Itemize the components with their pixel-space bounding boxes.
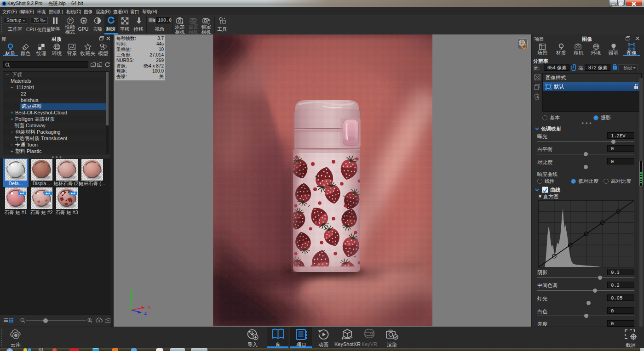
svg-text:石膏 短 #1: 石膏 短 #1 (4, 209, 27, 215)
svg-text:P: P (69, 18, 72, 23)
svg-text:x: x (148, 305, 151, 310)
svg-text:Defa...: Defa... (9, 181, 23, 186)
svg-text:短杯石膏 (2): 短杯石膏 (2) (53, 181, 80, 186)
svg-text:石膏 短 #3: 石膏 短 #3 (55, 209, 78, 215)
svg-text:石膏 短 #2: 石膏 短 #2 (30, 209, 52, 215)
svg-text:Displa...: Displa... (33, 181, 50, 186)
svg-text:短杯石膏 (...: 短杯石膏 (... (79, 181, 105, 186)
svg-text:y: y (131, 285, 134, 291)
svg-text:z: z (144, 311, 147, 316)
